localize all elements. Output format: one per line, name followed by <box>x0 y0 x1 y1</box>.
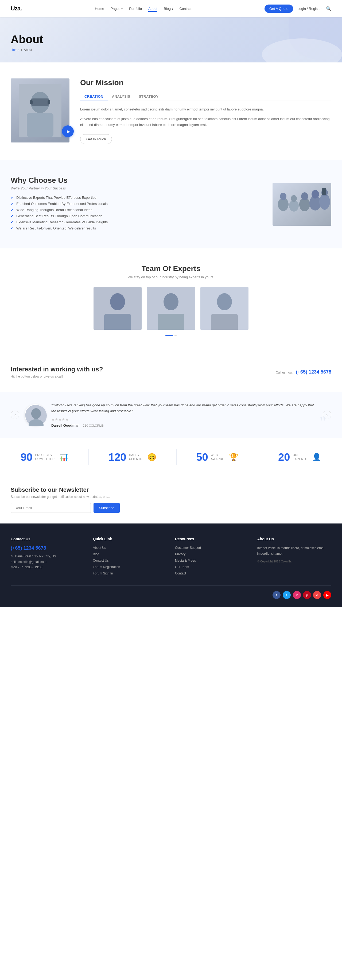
nav-home[interactable]: Home <box>95 7 104 11</box>
footer-link[interactable]: Blog <box>93 552 99 556</box>
vr-placeholder <box>11 78 69 143</box>
footer-link[interactable]: Customer Support <box>175 546 201 550</box>
breadcrumb-current: About <box>24 48 32 52</box>
cta-phone[interactable]: (+65) 1234 5678 <box>296 369 331 375</box>
carousel-dot[interactable] <box>174 335 177 336</box>
stat-number: 20 <box>278 451 290 463</box>
svg-point-29 <box>31 408 41 419</box>
footer-link[interactable]: Forum Registration <box>93 565 120 569</box>
instagram-social-button[interactable]: in <box>293 591 301 599</box>
svg-point-15 <box>312 190 319 199</box>
team-member-1-image <box>94 287 142 330</box>
tab-analysis[interactable]: ANALYSIS <box>108 92 135 101</box>
get-quote-button[interactable]: Get A Quote <box>265 5 293 13</box>
tab-creation[interactable]: CREATION <box>80 92 108 101</box>
team-subtitle: We stay on top of our industry by being … <box>11 275 331 279</box>
trophy-icon: 🏆 <box>229 453 238 461</box>
why-choose-section: Why Choose Us We're Your Partner in Your… <box>0 160 342 248</box>
team-card <box>200 287 248 330</box>
svg-point-9 <box>280 192 286 200</box>
cta-subtitle: Hit the button below or give us a call! <box>11 375 103 378</box>
stat-experts: 20 OUREXPERTS 👤 <box>278 451 321 463</box>
footer-link[interactable]: Privacy <box>175 552 185 556</box>
cta-left: Interested in working with us? Hit the b… <box>11 366 103 378</box>
email-input[interactable] <box>11 503 91 513</box>
person-vr-illustration <box>19 84 61 137</box>
hero-blob <box>289 17 342 60</box>
mission-tabs: CREATION ANALYSIS STRATEGY <box>80 92 331 101</box>
svg-rect-27 <box>211 314 238 330</box>
avatar-image <box>26 405 47 426</box>
footer-link[interactable]: About Us <box>93 546 106 550</box>
nav-right: Get A Quote Login / Register 🔍 <box>265 5 331 13</box>
check-icon: ✔ <box>11 220 14 224</box>
footer-link[interactable]: Media & Press <box>175 559 196 562</box>
footer-phone[interactable]: (+65) 1234 5678 <box>11 546 85 551</box>
list-item: ✔Enriched Outcomes Enabled By Experience… <box>11 202 262 206</box>
team-selfie-illustration <box>273 183 331 226</box>
pinterest-social-button[interactable]: p <box>303 591 311 599</box>
search-icon[interactable]: 🔍 <box>326 6 331 11</box>
team-member-2-image <box>147 287 195 330</box>
svg-point-26 <box>217 293 232 310</box>
newsletter-form: Subscribe <box>11 503 331 513</box>
play-button[interactable] <box>62 126 74 137</box>
cta-title: Interested in working with us? <box>11 366 103 373</box>
check-icon: ✔ <box>11 208 14 212</box>
facebook-social-button[interactable]: f <box>273 591 281 599</box>
svg-rect-3 <box>30 100 33 104</box>
list-item: ✔Extensive Marketing Research Generates … <box>11 220 262 224</box>
navbar: Uza. Home Pages ▾ Portfolio About Blog ▾… <box>0 0 342 17</box>
login-link[interactable]: Login / Register <box>297 7 322 11</box>
footer-resources-title: Resources <box>175 537 249 541</box>
footer-link[interactable]: Contact Us <box>93 559 109 562</box>
why-image-wrap <box>273 183 331 226</box>
list-item: ✔Distinctive Experts That Provide Effort… <box>11 196 262 200</box>
mission-section: Our Mission CREATION ANALYSIS STRATEGY L… <box>0 62 342 160</box>
footer-link[interactable]: Our Team <box>175 565 189 569</box>
check-icon: ✔ <box>11 214 14 218</box>
dribbble-social-button[interactable]: d <box>313 591 321 599</box>
team-title: Team Of Experts <box>11 264 331 273</box>
breadcrumb-home[interactable]: Home <box>11 48 19 52</box>
nav-pages[interactable]: Pages ▾ <box>110 7 123 11</box>
stat-label: WEBAWARDS <box>211 453 224 461</box>
svg-point-23 <box>163 293 179 310</box>
svg-rect-18 <box>322 188 326 195</box>
mission-content: Our Mission CREATION ANALYSIS STRATEGY L… <box>80 78 331 144</box>
nav-contact[interactable]: Contact <box>179 7 192 11</box>
why-subtitle: We're Your Partner in Your Success <box>11 186 262 190</box>
get-in-touch-button[interactable]: Get In Touch <box>80 134 112 144</box>
twitter-social-button[interactable]: t <box>283 591 291 599</box>
testimonial-prev-button[interactable]: ‹ <box>11 410 19 419</box>
tab-strategy[interactable]: STRATEGY <box>134 92 163 101</box>
stat-number: 90 <box>21 451 33 463</box>
footer-link[interactable]: Contact <box>175 571 186 575</box>
stat-clients: 120 HAPPYCLIENTS 😊 <box>109 451 157 463</box>
nav-blog[interactable]: Blog ▾ <box>164 7 173 11</box>
stats-section: 90 PROJECTSCOMPLETED 📊 120 HAPPYCLIENTS … <box>0 438 342 476</box>
testimonial-role: C10 COLORLIB <box>83 424 104 427</box>
mission-para-1: Lorem ipsum dolor sit amet, consetetur s… <box>80 107 331 112</box>
list-item: ✔Wide-Ranging Thoughts Bread Exceptional… <box>11 208 262 212</box>
youtube-social-button[interactable]: ▶ <box>323 591 331 599</box>
cta-phone-label: Call us now: <box>276 371 293 374</box>
cta-phone-wrap: Call us now: (+65) 1234 5678 <box>276 369 331 375</box>
carousel-dot-active[interactable] <box>165 335 173 336</box>
nav-portfolio[interactable]: Portfolio <box>129 7 142 11</box>
stat-label: HAPPYCLIENTS <box>129 453 142 461</box>
svg-rect-24 <box>158 314 184 330</box>
site-logo[interactable]: Uza. <box>11 5 22 12</box>
footer-resources-list: Customer Support Privacy Media & Press O… <box>175 546 249 575</box>
footer-about: About Us Integer vehicula mauris libero,… <box>257 537 332 578</box>
team-section: Team Of Experts We stay on top of our in… <box>0 248 342 352</box>
team-dots <box>11 335 331 336</box>
nav-about[interactable]: About <box>148 7 157 12</box>
cta-section: Interested in working with us? Hit the b… <box>0 352 342 392</box>
footer-quick-links: Quick Link About Us Blog Contact Us Foru… <box>93 537 167 578</box>
mission-title: Our Mission <box>80 78 331 87</box>
why-list: ✔Distinctive Experts That Provide Effort… <box>11 196 262 230</box>
footer-link[interactable]: Forum Sign In <box>93 571 113 575</box>
subscribe-button[interactable]: Subscribe <box>94 503 120 513</box>
chevron-down-icon: ▾ <box>172 8 173 10</box>
